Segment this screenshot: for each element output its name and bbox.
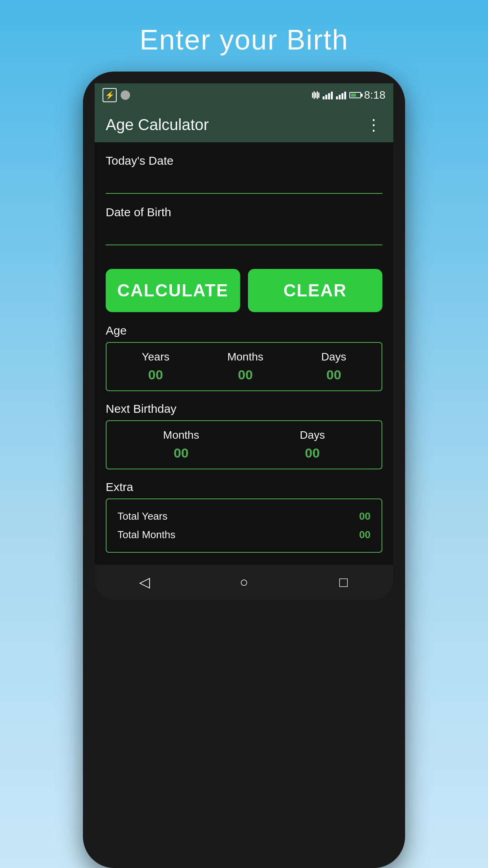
recent-button[interactable]: □ [332,570,355,594]
age-years-label: Years [142,351,170,363]
birthday-days-label: Days [300,429,325,441]
signal-icon-2 [336,91,346,99]
clear-button[interactable]: CLEAR [248,269,382,312]
extra-total-months-row: Total Months 00 [117,526,371,544]
home-button[interactable]: ○ [232,570,256,594]
extra-total-months-value: 00 [359,529,371,541]
age-years-value: 00 [148,367,163,383]
birthday-months-column: Months 00 [163,429,199,461]
app-content: Today's Date Date of Birth CALCULATE CLE… [95,142,393,565]
page-title: Enter your Birth [139,24,349,56]
phone-shell: ⚡ 8:18 Age C [83,72,405,868]
status-bar: ⚡ 8:18 [95,83,393,107]
usb-icon: ⚡ [103,88,117,102]
birthday-months-value: 00 [174,445,189,461]
battery-icon [349,92,361,98]
next-birthday-result-box: Months 00 Days 00 [106,420,382,469]
circle-indicator [121,90,130,100]
todays-date-input[interactable] [106,172,382,194]
extra-total-months-label: Total Months [117,529,175,541]
signal-icon-1 [323,91,333,99]
extra-total-years-row: Total Years 00 [117,507,371,526]
next-birthday-label: Next Birthday [106,402,382,416]
age-label: Age [106,324,382,337]
app-title: Age Calculator [106,116,209,134]
date-of-birth-input[interactable] [106,224,382,245]
extra-label: Extra [106,480,382,494]
vibrate-icon [312,91,319,99]
birthday-days-column: Days 00 [300,429,325,461]
age-days-label: Days [321,351,347,363]
age-months-label: Months [227,351,263,363]
calculate-button[interactable]: CALCULATE [106,269,240,312]
age-months-column: Months 00 [227,351,263,383]
app-bar: Age Calculator ⋮ [95,107,393,142]
time-display: 8:18 [364,89,386,101]
birthday-days-value: 00 [305,445,320,461]
age-years-column: Years 00 [142,351,170,383]
back-button[interactable]: ◁ [133,570,156,594]
extra-result-box: Total Years 00 Total Months 00 [106,498,382,553]
age-months-value: 00 [238,367,253,383]
age-days-value: 00 [327,367,341,383]
birthday-months-label: Months [163,429,199,441]
nav-bar: ◁ ○ □ [95,565,393,600]
age-days-column: Days 00 [321,351,347,383]
date-of-birth-label: Date of Birth [106,206,382,219]
menu-button[interactable]: ⋮ [366,116,382,134]
buttons-row: CALCULATE CLEAR [106,269,382,312]
todays-date-label: Today's Date [106,154,382,167]
extra-total-years-value: 00 [359,510,371,522]
extra-total-years-label: Total Years [117,510,167,522]
age-result-box: Years 00 Months 00 Days 00 [106,342,382,391]
